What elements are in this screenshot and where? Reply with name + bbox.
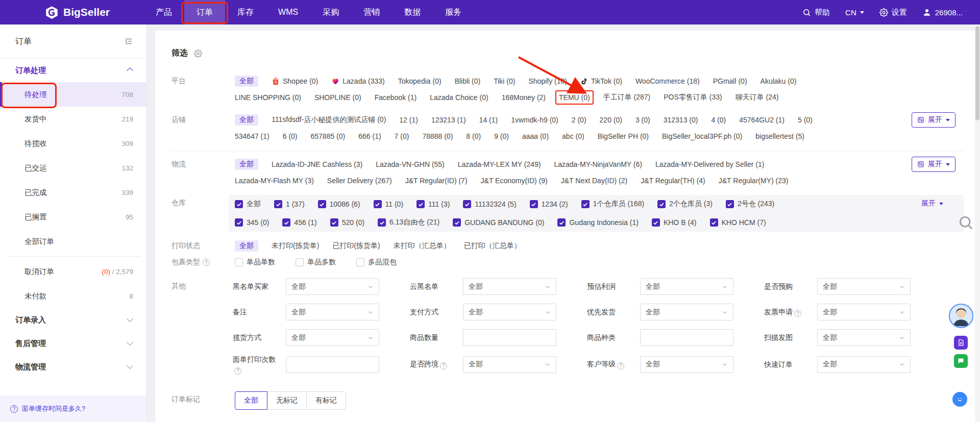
- platform-option[interactable]: Lazada Choice (0): [430, 93, 488, 102]
- shop-option[interactable]: 5 (0): [798, 116, 813, 124]
- logistics-option[interactable]: J&T Economy(ID) (9): [481, 177, 548, 185]
- platform-option[interactable]: SHOPLINE (0): [314, 93, 361, 102]
- help-icon[interactable]: ?: [794, 310, 801, 317]
- logistics-expand-button[interactable]: 展开: [912, 157, 955, 172]
- platform-option[interactable]: 168Money (2): [502, 93, 546, 102]
- print-status-option[interactable]: 全部: [235, 240, 258, 252]
- sidebar-item[interactable]: 已交运132: [0, 156, 146, 180]
- nav-item-4[interactable]: WMS: [266, 0, 310, 24]
- floating-search-icon[interactable]: [958, 214, 974, 232]
- settings-button[interactable]: 设置: [879, 8, 907, 17]
- warehouse-option[interactable]: 111 (3): [416, 200, 450, 208]
- logistics-option[interactable]: J&T Regular(MY) (23): [719, 177, 789, 185]
- shop-option[interactable]: 全部: [235, 114, 258, 126]
- platform-option[interactable]: Tokopedia (0): [398, 77, 442, 85]
- nav-item-1[interactable]: 产品: [143, 0, 184, 24]
- warehouse-option[interactable]: 520 (0): [330, 218, 364, 227]
- shop-option[interactable]: 45764GU2 (1): [739, 116, 785, 124]
- sidebar-item[interactable]: 取消订单(0) / 2,579: [0, 259, 146, 284]
- order-tag-button[interactable]: 有标记: [306, 391, 346, 410]
- account-menu[interactable]: 26908...: [922, 8, 963, 17]
- logistics-option[interactable]: J&T Next Day(ID) (2): [561, 177, 627, 185]
- filter-dropdown[interactable]: 全部: [286, 304, 379, 320]
- shop-option[interactable]: 3 (0): [635, 116, 650, 124]
- shop-option[interactable]: 1vwmdk-h9 (0): [511, 116, 558, 124]
- warehouse-option[interactable]: 2号仓 (243): [726, 200, 774, 209]
- warehouse-option[interactable]: 1 (37): [274, 200, 305, 208]
- shop-option[interactable]: 111sfdsdf-店小秘提供的测试店铺 (0): [272, 115, 386, 125]
- filter-dropdown[interactable]: 全部: [286, 278, 379, 295]
- filter-dropdown[interactable]: 全部: [640, 278, 733, 295]
- chat-widget-icon[interactable]: [954, 354, 968, 368]
- shop-option[interactable]: 12 (1): [399, 116, 418, 124]
- warehouse-option[interactable]: 11 (0): [374, 200, 404, 208]
- logistics-option[interactable]: Lazada-MY-Delivered by Seller (1): [655, 160, 764, 168]
- checkbox-checked-icon[interactable]: [453, 218, 461, 227]
- shop-option[interactable]: 534647 (1): [235, 132, 270, 140]
- platform-option[interactable]: POS零售订单 (33): [664, 93, 722, 102]
- shop-option[interactable]: bigsellertest (5): [755, 132, 804, 140]
- print-status-option[interactable]: 已打印（汇总单）: [464, 241, 521, 251]
- help-icon[interactable]: ?: [440, 362, 447, 369]
- scrollbar-thumb[interactable]: [975, 26, 979, 120]
- checkbox-checked-icon[interactable]: [235, 200, 243, 208]
- checkbox-checked-icon[interactable]: [330, 218, 338, 227]
- platform-option[interactable]: SShopee (0): [272, 77, 318, 85]
- logistics-option[interactable]: Lazada-MY-NinjaVanMY (6): [554, 160, 642, 168]
- shop-option[interactable]: 7 (0): [395, 132, 409, 140]
- checkbox-checked-icon[interactable]: [235, 218, 243, 227]
- shop-option[interactable]: 2 (0): [572, 116, 586, 124]
- platform-option[interactable]: 全部: [235, 76, 258, 87]
- bigseller-logo[interactable]: BigSeller: [45, 6, 110, 19]
- warehouse-option[interactable]: GUDANG BANDUNG (0): [453, 218, 544, 227]
- platform-option[interactable]: LINE SHOPPING (0): [235, 93, 301, 102]
- checkbox-unchecked-icon[interactable]: [235, 258, 243, 266]
- logistics-option[interactable]: Lazada-MY-Flash MY (3): [235, 177, 314, 185]
- warehouse-option[interactable]: 1234 (2): [530, 200, 568, 208]
- shop-option[interactable]: aaaa (0): [522, 132, 549, 140]
- warehouse-option[interactable]: 6.13自由仓 (21): [378, 218, 439, 227]
- sidebar-item[interactable]: 全部订单: [0, 229, 146, 254]
- logistics-option[interactable]: J&T Regular(TH) (4): [641, 177, 705, 185]
- sidebar-group-2[interactable]: 订单录入: [0, 308, 146, 332]
- nav-item-3[interactable]: 库存: [225, 0, 266, 24]
- warehouse-option[interactable]: Gudang Indonesia (1): [557, 218, 638, 227]
- nav-item-2[interactable]: 订单: [184, 0, 225, 24]
- platform-option[interactable]: Blibli (0): [455, 77, 481, 85]
- checkbox-checked-icon[interactable]: [652, 218, 660, 227]
- filter-input[interactable]: [286, 356, 379, 373]
- shop-option[interactable]: 220 (0): [600, 116, 622, 124]
- order-tag-button[interactable]: 无标记: [267, 391, 307, 410]
- checkbox-checked-icon[interactable]: [274, 200, 282, 208]
- filter-input[interactable]: [463, 329, 556, 346]
- logistics-option[interactable]: Lazada-ID-JNE Cashless (3): [272, 160, 362, 168]
- shop-option[interactable]: 78888 (0): [422, 132, 453, 140]
- warehouse-option[interactable]: 2个仓库员 (3): [657, 200, 713, 209]
- help-icon[interactable]: ?: [234, 367, 241, 375]
- shop-option[interactable]: 14 (1): [479, 116, 498, 124]
- filter-dropdown[interactable]: 全部: [640, 356, 733, 373]
- filter-dropdown[interactable]: 全部: [640, 304, 733, 320]
- filter-dropdown[interactable]: 全部: [286, 329, 379, 346]
- messenger-widget-icon[interactable]: [952, 392, 967, 407]
- checkbox-checked-icon[interactable]: [657, 200, 666, 208]
- footer-help-link[interactable]: ? 面单缓存时间是多久?: [0, 395, 146, 422]
- warehouse-option[interactable]: 11132324 (5): [463, 200, 516, 208]
- checkbox-checked-icon[interactable]: [318, 200, 326, 208]
- collapse-sidebar-icon[interactable]: [124, 37, 133, 46]
- sidebar-item[interactable]: 发货中219: [0, 107, 146, 131]
- checkbox-checked-icon[interactable]: [530, 200, 538, 208]
- print-status-option[interactable]: 未打印(拣货单): [272, 241, 319, 251]
- nav-item-6[interactable]: 营销: [351, 0, 392, 24]
- shop-option[interactable]: 4 (0): [711, 116, 726, 124]
- platform-option[interactable]: Lazada (333): [331, 77, 385, 85]
- shop-option[interactable]: 8 (0): [466, 132, 481, 140]
- sidebar-item[interactable]: 已完成339: [0, 180, 146, 205]
- checkbox-checked-icon[interactable]: [710, 218, 718, 227]
- sidebar-item[interactable]: 待揽收309: [0, 131, 146, 156]
- shop-option[interactable]: 6 (0): [283, 132, 298, 140]
- platform-option[interactable]: Akulaku (0): [761, 77, 797, 85]
- filter-dropdown[interactable]: 全部: [817, 278, 911, 295]
- checkbox-checked-icon[interactable]: [416, 200, 425, 208]
- filter-settings-gear-icon[interactable]: [194, 49, 202, 58]
